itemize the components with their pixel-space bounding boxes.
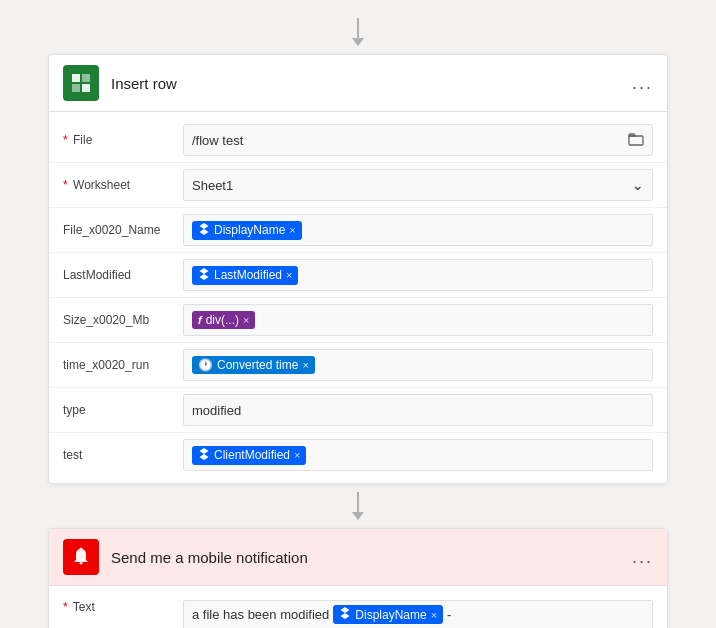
svg-rect-5: [80, 562, 83, 565]
token-clientmodified-text: ClientModified: [214, 448, 290, 462]
insert-row-menu[interactable]: ...: [632, 73, 653, 94]
token-converted-time-text: Converted time: [217, 358, 298, 372]
grid-icon: [70, 72, 92, 94]
insert-row-icon: [63, 65, 99, 101]
worksheet-value: Sheet1: [192, 178, 233, 193]
svg-rect-2: [72, 84, 80, 92]
clock-icon-1: 🕐: [198, 358, 213, 372]
field-row-type: type modified: [49, 388, 667, 433]
dropdown-arrow-worksheet: ⌄: [632, 177, 644, 193]
svg-rect-3: [82, 84, 90, 92]
token-formula: f div(...) ×: [192, 311, 255, 329]
notification-body: * Text a file has been modified DisplayN…: [49, 586, 667, 628]
token-notif-displayname-close[interactable]: ×: [431, 609, 437, 621]
svg-rect-0: [72, 74, 80, 82]
token-lastmodified-close[interactable]: ×: [286, 269, 292, 281]
notification-card: Send me a mobile notification ... * Text…: [48, 528, 668, 628]
notification-icon: [63, 539, 99, 575]
field-value-filename[interactable]: DisplayName ×: [183, 214, 653, 246]
field-label-worksheet: * Worksheet: [63, 178, 183, 192]
field-label-size: Size_x0020_Mb: [63, 313, 183, 327]
field-row-file: * File /flow test: [49, 118, 667, 163]
middle-connector: [352, 484, 364, 528]
field-value-worksheet[interactable]: Sheet1 ⌄: [183, 169, 653, 201]
field-value-type[interactable]: modified: [183, 394, 653, 426]
token-notif-displayname: DisplayName ×: [333, 605, 443, 624]
field-value-time[interactable]: 🕐 Converted time ×: [183, 349, 653, 381]
notif-text-row-1: a file has been modified DisplayName × -: [192, 605, 451, 624]
token-clientmodified: ClientModified ×: [192, 446, 306, 465]
bell-icon: [70, 546, 92, 568]
token-converted-time-close[interactable]: ×: [302, 359, 308, 371]
notif-text-plain-1: a file has been modified: [192, 607, 329, 622]
field-row-size: Size_x0020_Mb f div(...) ×: [49, 298, 667, 343]
dropbox-icon-notif: [339, 607, 351, 622]
formula-icon: f: [198, 314, 202, 326]
svg-point-6: [80, 548, 83, 551]
field-row-time: time_x0020_run 🕐 Converted time ×: [49, 343, 667, 388]
field-label-time: time_x0020_run: [63, 358, 183, 372]
field-row-filename: File_x0020_Name DisplayName ×: [49, 208, 667, 253]
insert-row-title: Insert row: [111, 75, 632, 92]
field-label-filename: File_x0020_Name: [63, 223, 183, 237]
type-value: modified: [192, 403, 241, 418]
connector-line-middle: [357, 492, 359, 512]
field-value-file[interactable]: /flow test: [183, 124, 653, 156]
insert-row-body: * File /flow test * Worksheet Sheet1 ⌄: [49, 112, 667, 483]
field-value-notif-text[interactable]: a file has been modified DisplayName × -…: [183, 600, 653, 628]
file-path-text: /flow test: [192, 133, 243, 148]
svg-rect-4: [629, 136, 643, 145]
field-value-size[interactable]: f div(...) ×: [183, 304, 653, 336]
connector-arrow-middle: [352, 512, 364, 520]
field-row-worksheet: * Worksheet Sheet1 ⌄: [49, 163, 667, 208]
field-label-type: type: [63, 403, 183, 417]
token-formula-close[interactable]: ×: [243, 314, 249, 326]
dropbox-icon-3: [198, 448, 210, 463]
dropbox-icon-1: [198, 223, 210, 238]
field-label-notif-text: * Text: [63, 600, 183, 614]
token-converted-time: 🕐 Converted time ×: [192, 356, 315, 374]
token-displayname: DisplayName ×: [192, 221, 302, 240]
notification-header: Send me a mobile notification ...: [49, 529, 667, 586]
field-label-file: * File: [63, 133, 183, 147]
folder-icon: [628, 132, 644, 149]
notification-menu[interactable]: ...: [632, 547, 653, 568]
token-clientmodified-close[interactable]: ×: [294, 449, 300, 461]
notification-title: Send me a mobile notification: [111, 549, 632, 566]
insert-row-card: Insert row ... * File /flow test * Works…: [48, 54, 668, 484]
field-value-test[interactable]: ClientModified ×: [183, 439, 653, 471]
svg-rect-1: [82, 74, 90, 82]
notif-text-dash-1: -: [447, 607, 451, 622]
connector-arrow-top: [352, 38, 364, 46]
field-row-lastmodified: LastModified LastModified ×: [49, 253, 667, 298]
top-connector: [352, 10, 364, 54]
token-lastmodified: LastModified ×: [192, 266, 298, 285]
token-notif-displayname-text: DisplayName: [355, 608, 426, 622]
field-label-lastmodified: LastModified: [63, 268, 183, 282]
connector-line-top: [357, 18, 359, 38]
field-value-lastmodified[interactable]: LastModified ×: [183, 259, 653, 291]
token-displayname-text: DisplayName: [214, 223, 285, 237]
token-displayname-close[interactable]: ×: [289, 224, 295, 236]
field-label-test: test: [63, 448, 183, 462]
token-lastmodified-text: LastModified: [214, 268, 282, 282]
field-row-notif-text: * Text a file has been modified DisplayN…: [49, 592, 667, 628]
field-row-test: test ClientModified ×: [49, 433, 667, 477]
token-formula-text: div(...): [206, 313, 239, 327]
dropbox-icon-2: [198, 268, 210, 283]
insert-row-header: Insert row ...: [49, 55, 667, 112]
